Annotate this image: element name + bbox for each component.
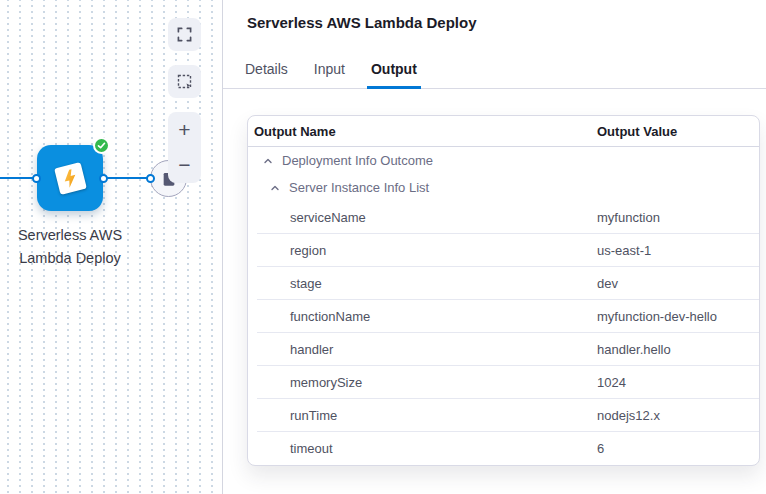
step-node-serverless-aws-lambda-deploy[interactable] [37, 145, 103, 211]
chevron-up-icon[interactable] [260, 153, 276, 169]
lightning-bolt-icon [58, 166, 81, 189]
table-header-row: Output Name Output Value [248, 116, 759, 147]
output-name-cell: memorySize [248, 375, 597, 390]
output-name-cell: serviceName [248, 210, 597, 225]
output-name-cell: timeout [248, 441, 597, 456]
output-name-cell: functionName [248, 309, 597, 324]
output-value-cell: 6 [597, 441, 759, 456]
table-row: functionName myfunction-dev-hello [248, 300, 759, 333]
output-table-card: Output Name Output Value Deployment Info… [247, 115, 760, 466]
fullscreen-button[interactable] [168, 18, 201, 51]
table-row: handler handler.hello [248, 333, 759, 366]
zoom-out-button[interactable]: − [168, 148, 201, 184]
app-window: Serverless AWS Lambda Deploy + − Serverl… [0, 0, 766, 494]
table-row: timeout 6 [248, 432, 759, 465]
output-value-cell: 1024 [597, 375, 759, 390]
output-value-cell: handler.hello [597, 342, 759, 357]
table-row: region us-east-1 [248, 234, 759, 267]
table-row: stage dev [248, 267, 759, 300]
node-label-line2: Lambda Deploy [19, 250, 121, 266]
column-header-output-name: Output Name [248, 124, 597, 139]
connection-point [99, 174, 108, 183]
output-value-cell: myfunction-dev-hello [597, 309, 759, 324]
pipeline-canvas[interactable]: Serverless AWS Lambda Deploy + − [0, 0, 222, 494]
column-header-output-value: Output Value [597, 124, 759, 139]
lambda-diamond-icon [54, 162, 87, 195]
output-name-cell: runTime [248, 408, 597, 423]
tab-input[interactable]: Input [310, 61, 349, 89]
marquee-select-icon [177, 74, 193, 90]
tab-bar: Details Input Output [223, 56, 766, 89]
output-name-cell: handler [248, 342, 597, 357]
node-label: Serverless AWS Lambda Deploy [0, 224, 140, 270]
chevron-up-icon[interactable] [267, 180, 283, 196]
fullscreen-icon [177, 27, 192, 42]
output-value-cell: nodejs12.x [597, 408, 759, 423]
output-name-cell: region [248, 243, 597, 258]
table-row: memorySize 1024 [248, 366, 759, 399]
node-label-line1: Serverless AWS [18, 227, 122, 243]
output-name-cell: stage [248, 276, 597, 291]
zoom-in-button[interactable]: + [168, 112, 201, 148]
check-icon [97, 141, 106, 150]
zoom-controls: + − [168, 112, 201, 183]
marquee-select-button[interactable] [168, 65, 201, 98]
output-value-cell: myfunction [597, 210, 759, 225]
success-check-badge [93, 137, 110, 154]
table-row: runTime nodejs12.x [248, 399, 759, 432]
step-details-panel: Serverless AWS Lambda Deploy Details Inp… [223, 0, 766, 494]
table-row: serviceName myfunction [248, 201, 759, 234]
group-row-deployment-info-outcome[interactable]: Deployment Info Outcome [248, 147, 759, 174]
connection-point [146, 174, 155, 183]
group-label: Deployment Info Outcome [282, 153, 433, 168]
group-row-server-instance-info-list[interactable]: Server Instance Info List [248, 174, 759, 201]
tab-output[interactable]: Output [367, 61, 421, 89]
output-value-cell: us-east-1 [597, 243, 759, 258]
panel-title: Serverless AWS Lambda Deploy [247, 14, 477, 31]
output-value-cell: dev [597, 276, 759, 291]
connection-point [32, 174, 41, 183]
tab-details[interactable]: Details [241, 61, 292, 89]
group-label: Server Instance Info List [289, 180, 429, 195]
connector-line-right [104, 177, 152, 179]
